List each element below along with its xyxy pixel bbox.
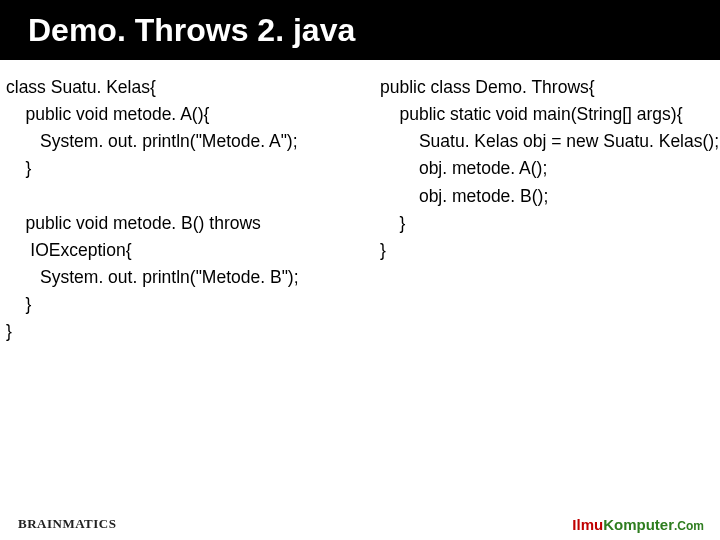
code-block-left: class Suatu. Kelas{ public void metode. … <box>6 74 376 345</box>
slide-title: Demo. Throws 2. java <box>28 12 355 49</box>
logo-com: .Com <box>674 519 704 533</box>
title-bar: Demo. Throws 2. java <box>0 0 720 60</box>
brainmatics-logo: BRAINMATICS <box>18 516 116 532</box>
code-block-right: public class Demo. Throws{ public static… <box>380 74 719 345</box>
content-area: class Suatu. Kelas{ public void metode. … <box>0 60 720 345</box>
logo-ilmu: Ilmu <box>572 516 603 533</box>
footer: BRAINMATICS IlmuKomputer.Com <box>0 502 720 532</box>
ilmukomputer-brand: IlmuKomputer.Com <box>572 517 704 532</box>
ilmukomputer-logo: IlmuKomputer.Com <box>572 517 704 532</box>
brainmatics-brand: BRAINMATICS <box>18 516 116 532</box>
logo-komputer: Komputer <box>603 516 674 533</box>
